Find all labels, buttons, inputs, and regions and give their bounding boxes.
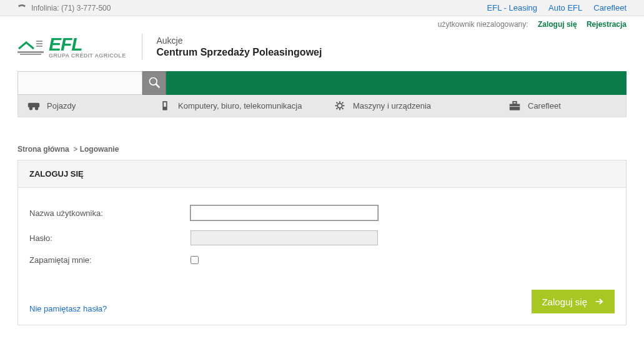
- breadcrumb-current: Logowanie: [80, 145, 119, 154]
- svg-rect-22: [513, 101, 517, 104]
- top-link-efl-leasing[interactable]: EFL - Leasing: [487, 3, 537, 12]
- submit-label: Zaloguj się: [542, 297, 587, 307]
- register-link[interactable]: Rejestracja: [587, 20, 627, 29]
- breadcrumb-sep: >: [73, 145, 77, 154]
- breadcrumb: Strona główna > Logowanie: [0, 117, 644, 160]
- forgot-password-link[interactable]: Nie pamiętasz hasła?: [29, 304, 107, 313]
- svg-rect-1: [20, 54, 41, 55]
- logo[interactable]: EFL GRUPA CRÉDIT AGRICOLE: [17, 36, 126, 59]
- row-username: Nazwa użytkownika:: [29, 205, 615, 220]
- site-title: Aukcje Centrum Sprzedaży Poleasingowej: [156, 36, 322, 58]
- password-label: Hasło:: [29, 233, 191, 243]
- infolinia: Infolinia: (71) 3-777-500: [17, 3, 111, 12]
- category-label: Komputery, biuro, telekomunikacja: [178, 101, 302, 111]
- submit-button[interactable]: Zaloguj się: [532, 290, 615, 313]
- breadcrumb-home[interactable]: Strona główna: [17, 145, 69, 154]
- svg-rect-23: [510, 106, 520, 107]
- svg-rect-21: [510, 104, 520, 110]
- username-input[interactable]: [191, 205, 378, 220]
- svg-line-19: [337, 107, 338, 109]
- remember-label: Zapamiętaj mnie:: [29, 255, 191, 265]
- panel-title: ZALOGUJ SIĘ: [18, 160, 626, 188]
- row-remember: Zapamiętaj mnie:: [29, 255, 615, 265]
- category-label: Pojazdy: [47, 101, 76, 111]
- category-bar: Pojazdy Komputery, biuro, telekomunikacj…: [17, 95, 627, 117]
- top-link-carefleet[interactable]: Carefleet: [593, 3, 627, 12]
- user-bar: użytkownik niezalogowany: Zaloguj się Re…: [0, 16, 644, 30]
- svg-point-12: [337, 103, 342, 107]
- username-label: Nazwa użytkownika:: [29, 209, 191, 218]
- header: EFL GRUPA CRÉDIT AGRICOLE Aukcje Centrum…: [0, 30, 644, 71]
- svg-rect-11: [164, 102, 166, 106]
- form-actions: Nie pamiętasz hasła? Zaloguj się: [29, 290, 615, 313]
- svg-line-17: [337, 102, 338, 103]
- login-link[interactable]: Zaloguj się: [538, 20, 577, 29]
- category-komputery[interactable]: Komputery, biuro, telekomunikacja: [149, 101, 324, 112]
- title-separator: [142, 34, 142, 60]
- user-status: użytkownik niezalogowany:: [438, 20, 528, 29]
- panel-body: Nazwa użytkownika: Hasło: Zapamiętaj mni…: [18, 188, 626, 325]
- search-input[interactable]: [17, 71, 142, 95]
- search-bar: [17, 71, 627, 95]
- gear-icon: [333, 101, 347, 112]
- phone-icon: [17, 3, 26, 12]
- green-strip: [166, 71, 627, 95]
- svg-line-6: [156, 84, 160, 87]
- password-input[interactable]: [191, 230, 378, 245]
- svg-rect-0: [17, 51, 44, 53]
- arrow-right-icon: [593, 296, 605, 307]
- svg-line-20: [342, 102, 344, 103]
- search-icon: [148, 76, 161, 91]
- remember-checkbox[interactable]: [191, 256, 199, 264]
- phone-device-icon: [158, 101, 172, 112]
- svg-rect-7: [28, 102, 39, 107]
- infolinia-text: Infolinia: (71) 3-777-500: [31, 4, 111, 12]
- svg-point-5: [150, 77, 157, 85]
- category-pojazdy[interactable]: Pojazdy: [18, 101, 149, 112]
- search-button[interactable]: [142, 71, 166, 95]
- category-carefleet[interactable]: Carefleet: [499, 101, 626, 112]
- briefcase-icon: [508, 101, 522, 112]
- title-small: Aukcje: [156, 36, 322, 46]
- logo-efl-text: EFL: [49, 36, 126, 52]
- top-bar: Infolinia: (71) 3-777-500 EFL - Leasing …: [0, 0, 644, 16]
- ca-logo-icon: [17, 37, 44, 56]
- top-links: EFL - Leasing Auto EFL Carefleet: [487, 3, 627, 12]
- svg-point-9: [35, 107, 39, 111]
- logo-grupa-text: GRUPA CRÉDIT AGRICOLE: [49, 52, 126, 59]
- car-icon: [27, 101, 41, 112]
- svg-point-8: [29, 107, 33, 111]
- login-panel: ZALOGUJ SIĘ Nazwa użytkownika: Hasło: Za…: [17, 160, 627, 325]
- logo-text: EFL GRUPA CRÉDIT AGRICOLE: [49, 36, 126, 59]
- title-big: Centrum Sprzedaży Poleasingowej: [156, 47, 322, 58]
- category-maszyny[interactable]: Maszyny i urządzenia: [324, 101, 499, 112]
- top-link-auto-efl[interactable]: Auto EFL: [548, 3, 582, 12]
- svg-line-18: [342, 107, 344, 109]
- category-label: Maszyny i urządzenia: [353, 101, 431, 111]
- row-password: Hasło:: [29, 230, 615, 245]
- category-label: Carefleet: [528, 101, 561, 111]
